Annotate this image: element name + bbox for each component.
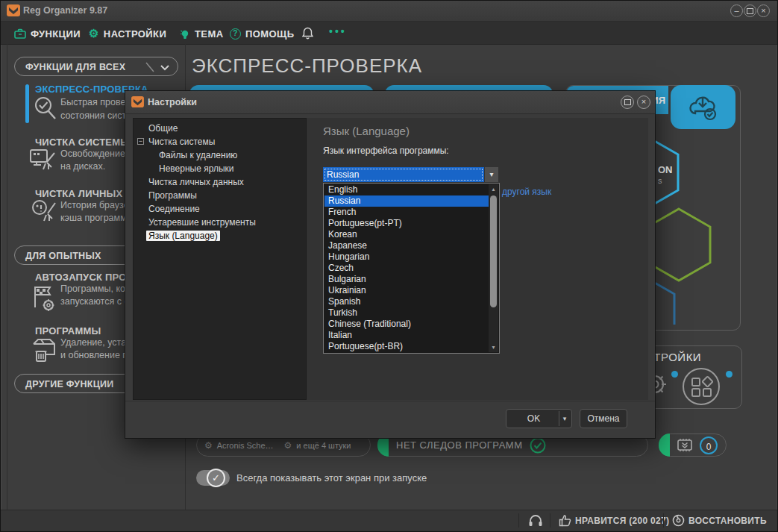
dropdown-scrollbar[interactable]: ▴ ▾ [489,184,498,352]
bell-icon[interactable] [302,27,313,40]
menu-settings[interactable]: ⚙ НАСТРОЙКИ [89,27,166,40]
scroll-up-icon[interactable]: ▴ [489,184,498,194]
language-combobox[interactable]: Russian [323,167,484,182]
toggle-label: Всегда показывать этот экран при запуске [236,472,427,484]
focus-outline [324,169,483,181]
tree-item-connection[interactable]: Соединение [134,202,321,216]
check-circle-icon [530,437,546,454]
sidebar-left-border [7,44,7,510]
close-button[interactable]: × [757,4,770,17]
dialog-titlebar[interactable]: Настройки × [125,91,655,114]
option-italian[interactable]: Italian [324,330,489,341]
bulb-icon [180,28,190,40]
maximize-icon [624,99,631,105]
sidebar-group-other-label: ДРУГИЕ ФУНКЦИИ [25,379,114,389]
update-tab[interactable] [671,85,735,129]
chip-counter-pill[interactable]: 0 [659,434,727,457]
settings-tree[interactable]: Общие Чистка системы − Файлы к удалению … [133,118,307,400]
broom-alert-icon [31,198,57,224]
tree-item-private-data[interactable]: Чистка личных данных [134,175,321,189]
maximize-button[interactable] [744,4,756,17]
headphones-icon[interactable] [528,513,543,528]
sidebar-item-programs[interactable]: ПРОГРАММЫ [35,325,101,337]
option-chinese-traditional[interactable]: Chinese (Traditional) [324,319,489,330]
gear-icon: ⚙ [89,27,99,40]
menu-theme[interactable]: ТЕМА [180,27,223,40]
tree-item-language-label: Язык (Language) [146,231,220,241]
box-trash-icon [31,337,59,363]
tree-item-obsolete-tools[interactable]: Устаревшие инструменты [134,216,321,229]
menu-help[interactable]: ? ПОМОЩЬ [230,27,294,40]
dialog-footer-divider [125,401,655,401]
titlebar[interactable]: Reg Organizer 9.87 – × [1,1,777,22]
ok-button[interactable]: OK ▾ [506,409,572,428]
option-hungarian[interactable]: Hungarian [324,251,489,263]
option-bulgarian[interactable]: Bulgarian [324,274,489,285]
tree-item-programs[interactable]: Программы [134,189,321,202]
restore-button[interactable]: ВОССТАНОВИТЬ [688,516,767,526]
notification-dot [671,371,678,378]
statusbar-divider [550,513,550,528]
dialog-title: Настройки [148,97,197,107]
translate-link[interactable]: другой язык [502,187,551,197]
hex-text-2: s [658,176,662,185]
app-window: Reg Organizer 9.87 – × ФУНКЦИИ ⚙ НАСТРОЙ… [0,0,778,532]
menu-help-label: ПОМОЩЬ [245,28,294,40]
chevron-down-icon [145,62,170,72]
tree-expander-icon[interactable]: − [137,138,144,145]
sidebar-item-desc: на дисках. [60,161,105,172]
option-russian[interactable]: Russian [324,195,489,207]
option-czech[interactable]: Czech [324,263,489,274]
gear-icon: ⚙ [284,440,292,451]
option-portuguese-pt[interactable]: Portuguese(pt-PT) [324,218,489,229]
like-button[interactable]: НРАВИТСЯ (200 027) [575,516,669,526]
option-turkish[interactable]: Turkish [324,307,489,319]
menu-more-button[interactable]: ••• [329,25,347,37]
tree-item-system-clean[interactable]: Чистка системы [134,135,321,148]
ok-dropdown-arrow[interactable]: ▾ [559,410,570,428]
gear-icon: ⚙ [204,440,213,451]
sidebar-item-system-clean[interactable]: ЧИСТКА СИСТЕМЫ [35,137,130,148]
tree-item-general[interactable]: Общие [134,122,321,135]
scan-item-acronis: Acronis Sche… [217,441,274,450]
menu-functions[interactable]: ФУНКЦИИ [14,27,81,40]
combo-label: Язык интерфейса программы: [323,145,449,156]
option-spanish[interactable]: Spanish [324,296,489,307]
option-english[interactable]: English [324,184,489,195]
page-title: ЭКСПРЕСС-ПРОВЕРКА [192,54,422,78]
statusbar-divider [663,513,664,528]
restore-icon[interactable] [672,514,685,527]
language-panel: Язык (Language) Язык интерфейса программ… [307,118,648,400]
panel-heading: Язык (Language) [323,125,410,137]
cancel-button[interactable]: Отмена [580,409,627,428]
scroll-down-icon[interactable]: ▾ [489,342,498,352]
language-dropdown-list[interactable]: English Russian French Portuguese(pt-PT)… [323,183,500,354]
option-japanese[interactable]: Japanese [324,240,489,251]
app-logo-icon [131,96,144,107]
flag-gear-icon [31,285,59,313]
scrollbar-thumb[interactable] [490,195,497,307]
sidebar-item-desc: кэша программ [60,213,127,223]
sidebar-group-advanced-label: ДЛЯ ОПЫТНЫХ [25,251,101,261]
menu-settings-label: НАСТРОЙКИ [104,28,166,40]
dialog-close-button[interactable]: × [637,96,650,109]
active-indicator [25,84,29,123]
help-icon: ? [230,28,241,40]
sidebar-group-all[interactable]: ФУНКЦИИ ДЛЯ ВСЕХ [14,57,178,76]
tree-item-invalid-shortcuts[interactable]: Неверные ярлыки [134,162,331,175]
thumbs-up-icon[interactable] [559,514,571,527]
minimize-button[interactable]: – [730,4,743,17]
option-french[interactable]: French [324,207,489,218]
tree-item-files-to-delete[interactable]: Файлы к удалению [134,148,331,162]
no-traces-label: НЕТ СЛЕДОВ ПРОГРАММ [396,439,522,451]
tree-item-language[interactable]: Язык (Language) [134,229,319,242]
combobox-arrow-button[interactable]: ▾ [484,167,498,182]
chip-icon [676,438,694,453]
toggle-knob[interactable]: ✓ [207,469,225,487]
window-title: Reg Organizer 9.87 [23,5,107,16]
option-portuguese-br[interactable]: Portuguese(pt-BR) [324,341,489,352]
option-korean[interactable]: Korean [324,229,489,240]
option-ukrainian[interactable]: Ukrainian [324,285,489,296]
ok-button-label: OK [527,413,540,424]
dialog-maximize-button[interactable] [621,96,634,109]
